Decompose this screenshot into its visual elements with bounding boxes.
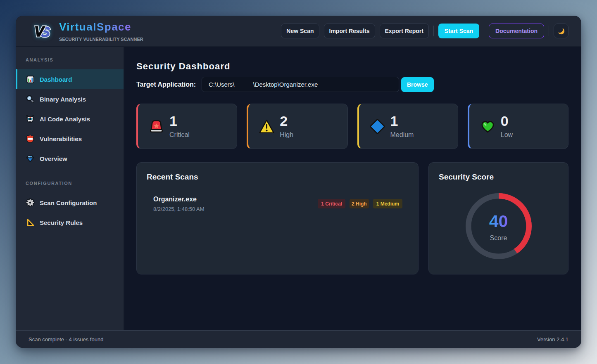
- svg-text:V: V: [34, 24, 45, 38]
